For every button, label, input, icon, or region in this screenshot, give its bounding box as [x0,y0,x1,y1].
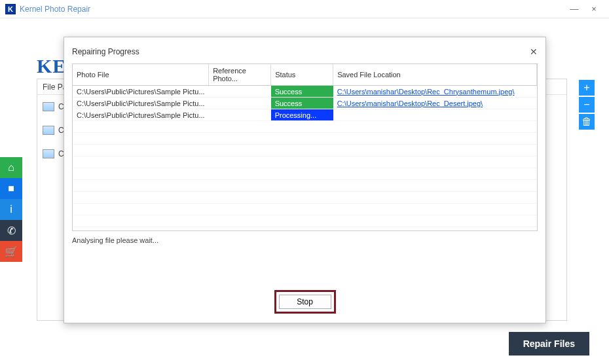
cell-reference [209,109,271,121]
image-thumb-icon [43,149,54,158]
cell-saved-location: C:\Users\manishar\Desktop\Rec_Desert.jpe… [333,98,537,109]
right-toolbar: + − 🗑 [579,80,595,131]
info-icon[interactable]: i [0,199,22,220]
cell-status: Success [271,98,333,109]
col-saved-location[interactable]: Saved File Location [333,64,537,86]
table-row-empty [73,168,537,180]
table-row-empty [73,215,537,227]
image-thumb-icon [43,126,54,135]
dialog-title: Repairing Progress [72,47,530,56]
image-thumb-icon [43,102,54,111]
table-row-empty [73,145,537,156]
close-icon[interactable]: ✕ [530,46,538,57]
cell-reference [209,98,271,109]
table-row[interactable]: C:\Users\Public\Pictures\Sample Pictu...… [73,98,537,109]
progress-table: Photo File Reference Photo... Status Sav… [72,64,538,231]
repairing-progress-dialog: Repairing Progress ✕ Photo File Referenc… [64,37,546,323]
left-toolbar: ⌂ ■ i ✆ 🛒 [0,157,22,262]
cell-photo-file: C:\Users\Public\Pictures\Sample Pictu... [73,98,209,109]
cell-saved-location [333,109,537,121]
col-reference-photo[interactable]: Reference Photo... [209,64,271,86]
brand-logo: KE [37,55,66,77]
close-window-button[interactable]: × [584,3,604,16]
col-status[interactable]: Status [271,64,333,86]
add-file-button[interactable]: + [579,80,595,96]
minimize-button[interactable]: — [564,3,584,16]
cell-reference [209,86,271,98]
app-icon: K [5,4,16,14]
repair-files-button[interactable]: Repair Files [509,332,589,355]
home-icon[interactable]: ⌂ [0,157,22,178]
app-title: Kernel Photo Repair [20,5,564,14]
saved-file-link[interactable]: C:\Users\manishar\Desktop\Rec_Desert.jpe… [337,100,483,107]
bottom-bar: Repair Files [0,323,609,364]
stop-button[interactable]: Stop [279,295,331,309]
table-row-empty [73,156,537,168]
dialog-footer: Stop [64,244,545,323]
stop-highlight-box: Stop [274,290,336,314]
saved-file-link[interactable]: C:\Users\manishar\Desktop\Rec_Chrysanthe… [337,88,515,96]
camera-icon[interactable]: ■ [0,178,22,199]
cell-status: Success [271,86,333,98]
cell-status: Processing... [271,109,333,121]
table-row-empty [73,204,537,215]
cell-photo-file: C:\Users\Public\Pictures\Sample Pictu... [73,109,209,121]
titlebar: K Kernel Photo Repair — × [0,0,609,18]
remove-file-button[interactable]: − [579,97,595,113]
table-row-empty [73,121,537,133]
dialog-header: Repairing Progress ✕ [64,37,545,60]
cell-saved-location: C:\Users\manishar\Desktop\Rec_Chrysanthe… [333,86,537,98]
table-row-empty [73,180,537,192]
cell-photo-file: C:\Users\Public\Pictures\Sample Pictu... [73,86,209,98]
cart-icon[interactable]: 🛒 [0,241,22,262]
table-row-empty [73,192,537,204]
col-photo-file[interactable]: Photo File [73,64,209,86]
table-row-empty [73,133,537,145]
table-row-empty [73,227,537,232]
table-row[interactable]: C:\Users\Public\Pictures\Sample Pictu...… [73,86,537,98]
table-row[interactable]: C:\Users\Public\Pictures\Sample Pictu...… [73,109,537,121]
phone-icon[interactable]: ✆ [0,220,22,241]
delete-file-button[interactable]: 🗑 [579,114,595,130]
analysis-status-text: Analysing file please wait... [72,236,538,244]
